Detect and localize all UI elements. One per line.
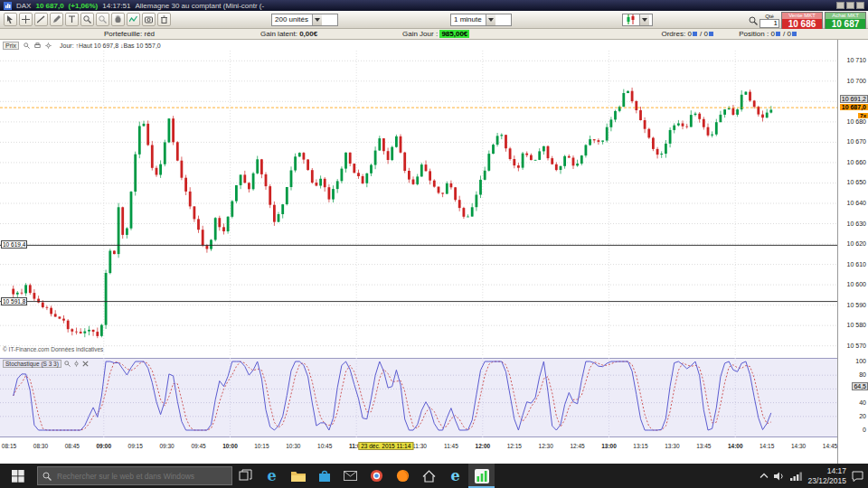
indicator-icon bbox=[129, 15, 137, 23]
price-axis-label: 10 650 bbox=[847, 179, 866, 185]
time-axis-label: 08:45 bbox=[65, 443, 80, 449]
stochastic-label[interactable]: Stochastique (S 3 3) bbox=[3, 360, 61, 368]
pane-zoom-icon[interactable] bbox=[24, 42, 30, 49]
network-icon[interactable] bbox=[790, 472, 802, 481]
stoch-close-icon[interactable] bbox=[82, 361, 89, 367]
windows-logo-icon bbox=[12, 470, 24, 483]
firefox-icon bbox=[396, 469, 410, 483]
taskbar-app-file-explorer[interactable] bbox=[285, 464, 311, 488]
price-axis-label: 10 570 bbox=[847, 343, 866, 349]
crosshair-tool-button[interactable] bbox=[19, 13, 33, 26]
mail-icon bbox=[344, 471, 357, 481]
buy-button-label: Achat MKT bbox=[826, 13, 865, 19]
time-axis-label: 14:15 bbox=[760, 443, 774, 449]
time-axis-label: 10:30 bbox=[286, 443, 300, 449]
annotation-price-label[interactable]: 10 591,8 bbox=[1, 297, 27, 305]
time-axis-label: 12:30 bbox=[539, 443, 553, 449]
price-axis-label: 10 630 bbox=[847, 221, 866, 227]
price-axis-label: 10 660 bbox=[847, 159, 866, 165]
zoom-out-tool-button[interactable] bbox=[96, 13, 109, 26]
price-axis-label: 10 640 bbox=[847, 200, 866, 206]
folder-icon bbox=[291, 470, 306, 482]
taskbar-app-chrome[interactable] bbox=[363, 464, 390, 488]
account-status-bar: Portefeuille: réd Gain latent: 0,00€ Gai… bbox=[0, 29, 868, 40]
close-button[interactable] bbox=[856, 2, 864, 9]
price-axis-label: 10 600 bbox=[847, 281, 866, 287]
crosshair-icon bbox=[22, 15, 30, 23]
time-axis-label: 14:45 bbox=[823, 443, 837, 449]
task-view-button[interactable] bbox=[232, 464, 259, 488]
text-tool-button[interactable] bbox=[65, 13, 79, 26]
stoch-zoom-icon[interactable] bbox=[64, 361, 71, 367]
hand-tool-button[interactable] bbox=[111, 13, 125, 26]
taskbar-app-edge[interactable]: e bbox=[259, 464, 285, 488]
delete-tool-button[interactable] bbox=[157, 13, 171, 26]
price-axis[interactable]: 10 691,2 10 687,0 7x 64,5 10 71010 70010… bbox=[837, 40, 868, 464]
task-view-icon bbox=[239, 469, 252, 483]
volume-icon[interactable] bbox=[774, 472, 785, 481]
time-axis-label: 13:30 bbox=[665, 443, 679, 449]
candlestick-style-icon bbox=[626, 14, 636, 24]
time-axis-label: 13:00 bbox=[601, 443, 617, 449]
time-axis-label: 09:15 bbox=[128, 443, 143, 449]
stochastic-header: Stochastique (S 3 3) bbox=[3, 360, 89, 368]
zoom-out-icon bbox=[99, 15, 107, 23]
orders-icon bbox=[709, 32, 713, 36]
stochastic-axis-label: 20 bbox=[859, 413, 866, 419]
buy-market-button[interactable]: Achat MKT 10 687 bbox=[825, 12, 866, 29]
time-axis-label: 13:45 bbox=[696, 443, 711, 449]
time-axis-label: 11:45 bbox=[444, 443, 458, 449]
units-select[interactable]: 200 unités bbox=[271, 14, 338, 26]
quantity-input[interactable] bbox=[760, 19, 779, 28]
price-axis-label: 10 670 bbox=[847, 138, 866, 145]
pencil-tool-button[interactable] bbox=[50, 13, 63, 26]
stochastic-value-label: 64,5 bbox=[852, 382, 868, 390]
timeframe-select[interactable]: 1 minute bbox=[450, 14, 512, 26]
cursor-tool-button[interactable] bbox=[4, 13, 17, 26]
taskbar-app-internet-explorer[interactable]: e bbox=[442, 464, 468, 488]
zoom-in-tool-button[interactable] bbox=[80, 13, 94, 26]
taskbar-app-mail[interactable] bbox=[337, 464, 363, 488]
taskbar-app-trading-platform[interactable] bbox=[468, 464, 495, 488]
stochastic-axis-label: 100 bbox=[855, 358, 866, 364]
taskbar-app-home[interactable] bbox=[416, 464, 442, 488]
taskbar-search[interactable] bbox=[37, 466, 232, 485]
trendline-tool-button[interactable] bbox=[34, 13, 48, 26]
stoch-settings-icon[interactable] bbox=[73, 361, 80, 367]
cursor-icon bbox=[6, 15, 14, 23]
orders-status[interactable]: Ordres: 0 / 0 bbox=[661, 30, 714, 38]
position-status[interactable]: Position : 0 / 0 bbox=[739, 30, 797, 38]
price-axis-label: 10 580 bbox=[847, 322, 866, 328]
position-tag-label: 7x bbox=[858, 113, 868, 118]
taskbar-clock[interactable]: 14:17 23/12/2015 bbox=[807, 466, 846, 484]
search-input[interactable] bbox=[55, 471, 227, 482]
taskbar-app-store[interactable] bbox=[311, 464, 337, 488]
minimize-button[interactable] bbox=[836, 2, 844, 9]
instrument-description: Allemagne 30 au comptant (Mini-contr (- bbox=[135, 2, 264, 10]
data-provider-notice: © IT-Finance.com Données indicatives bbox=[3, 346, 103, 352]
price-pane-label[interactable]: Prix bbox=[3, 42, 19, 50]
units-select-value: 200 unités bbox=[275, 15, 308, 23]
indicator-tool-button[interactable] bbox=[127, 13, 140, 26]
annotation-price-label[interactable]: 10 619,4 bbox=[1, 240, 27, 249]
stochastic-chart[interactable] bbox=[0, 358, 837, 437]
sell-market-button[interactable]: Vente MKT 10 686 bbox=[781, 12, 823, 29]
action-center-icon[interactable] bbox=[852, 471, 863, 482]
chrome-icon bbox=[370, 469, 383, 483]
price-change: (+1,06%) bbox=[69, 2, 99, 10]
pane-print-icon[interactable] bbox=[34, 42, 41, 49]
symbol-name: DAX bbox=[16, 2, 31, 10]
taskbar-app-firefox[interactable] bbox=[390, 464, 416, 488]
maximize-button[interactable] bbox=[846, 2, 854, 9]
price-pane-header: Prix Jour: ↑Haut 10 697,8 ↓Bas 10 557,0 bbox=[3, 40, 161, 51]
chevron-down-icon bbox=[486, 14, 495, 25]
screenshot-tool-button[interactable] bbox=[142, 13, 156, 26]
tray-chevron-up-icon[interactable] bbox=[760, 473, 769, 479]
start-button[interactable] bbox=[0, 464, 36, 488]
order-search-icon[interactable] bbox=[749, 16, 758, 25]
pane-settings-icon[interactable] bbox=[45, 42, 52, 49]
price-chart[interactable] bbox=[0, 51, 837, 356]
price-axis-label: 10 710 bbox=[847, 57, 866, 63]
chart-style-select[interactable] bbox=[622, 14, 653, 26]
buy-button-price: 10 687 bbox=[826, 19, 865, 29]
